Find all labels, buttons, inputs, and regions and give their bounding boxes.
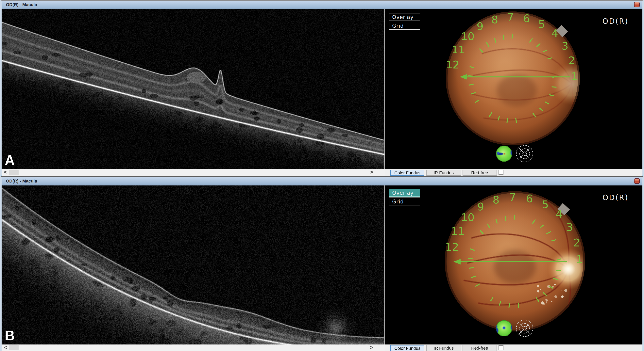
- fundus-photo[interactable]: 123456789101112: [444, 190, 586, 333]
- tab-color-fundus[interactable]: Color Fundus: [390, 345, 424, 351]
- window-titlebar[interactable]: OD(R) - Macula: [2, 0, 642, 9]
- figure-label: A: [5, 153, 15, 167]
- window-title: OD(R) - Macula: [6, 2, 37, 7]
- etdrs-grid-icon[interactable]: [515, 319, 534, 338]
- window-titlebar[interactable]: OD(R) - Macula: [2, 177, 642, 185]
- fundus-tab-bar: Color Fundus IR Fundus Red-free: [385, 345, 642, 351]
- fundus-photo[interactable]: 123456789101112: [444, 10, 582, 146]
- fundus-area: Overlay Grid OD(R) 123456789101112: [385, 9, 642, 169]
- grid-button[interactable]: Grid: [389, 198, 420, 205]
- oct-viewer-window-a: OD(R) - Macula A Overlay Grid OD(R) 1234…: [0, 0, 644, 176]
- tab-ir-fundus[interactable]: IR Fundus: [426, 170, 461, 176]
- close-button-icon[interactable]: [634, 178, 640, 184]
- thickness-map-thumbnail[interactable]: [496, 145, 512, 162]
- etdrs-grid-icon[interactable]: [515, 144, 534, 163]
- overlay-button[interactable]: Overlay: [389, 189, 420, 197]
- oct-viewer-window-b: OD(R) - Macula B Overlay Grid OD(R) 1234…: [0, 176, 644, 351]
- tab-ir-fundus[interactable]: IR Fundus: [426, 345, 461, 351]
- thickness-map-thumbnail[interactable]: [496, 320, 512, 337]
- scrollbar-thumb[interactable]: [9, 345, 18, 350]
- fundus-tab-bar: Color Fundus IR Fundus Red-free: [385, 169, 642, 176]
- figure-label: B: [5, 329, 15, 343]
- fundus-image[interactable]: [444, 10, 582, 146]
- eye-label: OD(R): [602, 193, 628, 202]
- fundus-checkbox[interactable]: [498, 170, 504, 175]
- bottom-bar: < > Color Fundus IR Fundus Red-free: [2, 345, 642, 351]
- window-content: B Overlay Grid OD(R) 123456789101112: [2, 185, 642, 345]
- horizontal-scrollbar[interactable]: < >: [2, 345, 385, 351]
- overlay-button[interactable]: Overlay: [389, 13, 420, 21]
- eye-label: OD(R): [602, 17, 628, 25]
- window-title: OD(R) - Macula: [6, 179, 37, 184]
- bottom-bar: < > Color Fundus IR Fundus Red-free: [2, 169, 642, 176]
- oct-bscan-image[interactable]: [2, 185, 384, 345]
- window-content: A Overlay Grid OD(R) 123456789101112: [2, 9, 642, 169]
- scroll-right-icon[interactable]: >: [370, 344, 373, 351]
- fundus-image[interactable]: [444, 190, 586, 333]
- fundus-checkbox[interactable]: [498, 345, 504, 350]
- scroll-left-icon[interactable]: <: [4, 344, 8, 351]
- grid-button[interactable]: Grid: [389, 22, 420, 30]
- scroll-left-icon[interactable]: <: [4, 169, 8, 175]
- horizontal-scrollbar[interactable]: < >: [2, 169, 385, 176]
- tab-color-fundus[interactable]: Color Fundus: [390, 170, 424, 176]
- close-button-icon[interactable]: [634, 2, 640, 7]
- tab-red-free[interactable]: Red-free: [462, 170, 497, 176]
- tab-red-free[interactable]: Red-free: [462, 345, 497, 351]
- oct-bscan-image[interactable]: [2, 9, 384, 169]
- scroll-right-icon[interactable]: >: [370, 169, 373, 175]
- scrollbar-thumb[interactable]: [9, 170, 18, 175]
- fundus-area: Overlay Grid OD(R) 123456789101112: [385, 185, 642, 345]
